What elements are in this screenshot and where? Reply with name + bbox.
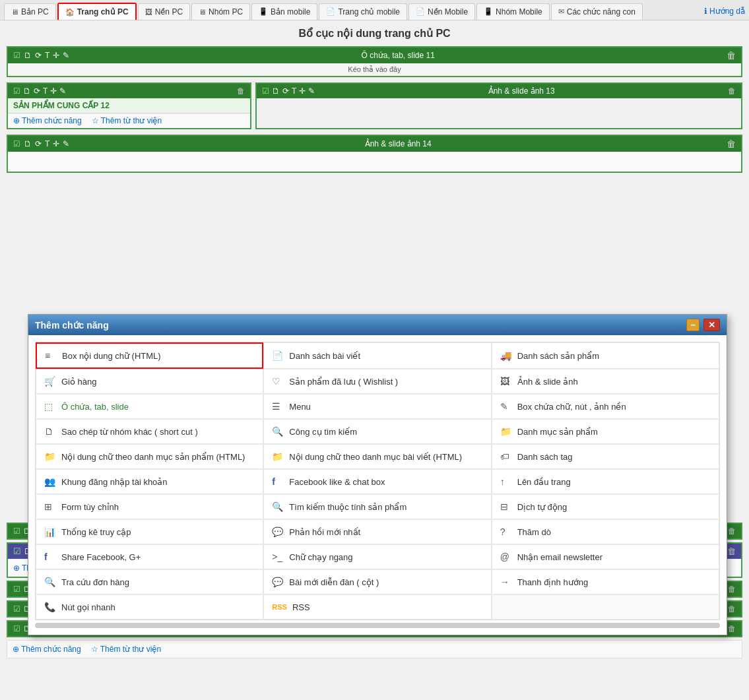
arrow-right-icon: → [500,577,512,587]
modal-item-tham-do[interactable]: ? Thăm dò [492,519,719,544]
modal-scrollbar[interactable] [35,623,720,628]
copy5-icon: 🗋 [44,426,56,437]
text-icon[interactable]: T [45,51,49,60]
edit5-icon: ✎ [500,401,512,412]
modal-item-len-dau-trang[interactable]: ↑ Lên đầu trang [492,469,719,494]
section-14-body [8,152,741,172]
modal-item-menu[interactable]: ☰ Menu [263,394,491,419]
mail-icon: ✉ [558,7,564,16]
modal-item-dich-tu-dong[interactable]: ⊟ Dịch tự động [492,494,719,519]
del-san-pham[interactable]: 🗑 [237,86,245,96]
modal-item-anh-slide[interactable]: 🖼 Ảnh & slide ảnh [492,369,719,394]
ref3-icon[interactable]: ⟳ [282,86,289,96]
col-anh-slide: ☑ 🗋 ⟳ T ✛ ✎ Ảnh & slide ảnh 13 🗑 [255,82,742,129]
copy2-icon[interactable]: 🗋 [23,86,31,96]
cb4-icon: ☑ [13,139,20,148]
section-11-header: ☑ 🗋 ⟳ T ✛ ✎ Ô chứa, tab, slide 11 🗑 [8,48,741,63]
mobile-icon: 📱 [259,7,268,16]
modal-item-san-pham-da-luu[interactable]: ♡ Sản phẩm đã lưu ( Wishlist ) [263,369,491,394]
tab-ban-mobile[interactable]: 📱 Bản mobile [251,3,317,20]
modal-item-form-tuy-chinh[interactable]: ⊞ Form tùy chỉnh [36,494,263,519]
modal-item-nhan-email[interactable]: @ Nhận email newsletter [492,544,719,569]
delete-14-button[interactable]: 🗑 [727,139,736,149]
tab-cac-chuc-nang-con[interactable]: ✉ Các chức năng con [551,3,643,20]
tab-ban-pc[interactable]: 🖥 Bản PC [4,3,56,20]
section-2col: ☑ 🗋 ⟳ T ✛ ✎ 🗑 SẢN PHẨM CUNG CẤP 12 ⊕ Thê… [7,82,742,129]
edit3-icon[interactable]: ✎ [308,86,315,96]
tab-trang-chu-mobile[interactable]: 📄 Trang chủ mobile [319,3,407,20]
modal-minimize-button[interactable]: − [686,319,700,331]
ref2-icon[interactable]: ⟳ [34,86,40,96]
checkbox-icon: ☑ [13,51,20,60]
tab-nhom-mobile[interactable]: 📱 Nhóm Mobile [476,3,550,20]
modal-item-gio-hang[interactable]: 🛒 Giỏ hàng [36,369,263,394]
add4-icon[interactable]: ✛ [53,139,59,148]
modal-item-noi-dung-bai-viet[interactable]: 📁 Nội dung chữ theo danh mục bài viết (H… [263,444,491,469]
footer-add-lib-btn[interactable]: ☆ Thêm từ thư viện [91,645,161,654]
edit2-icon[interactable]: ✎ [59,86,66,96]
modal-item-danh-sach-bai-viet[interactable]: 📄 Danh sách bài viết [263,342,491,369]
edit4-icon[interactable]: ✎ [63,139,69,148]
copy4-icon[interactable]: 🗋 [24,139,32,148]
tab-nhom-pc[interactable]: 🖥 Nhóm PC [191,3,250,20]
modal-item-danh-muc-sp[interactable]: 📁 Danh mục sản phẩm [492,419,719,444]
t2-icon[interactable]: T [43,86,48,96]
delete-11-button[interactable]: 🗑 [727,50,736,61]
modal-item-phan-hoi[interactable]: 💬 Phản hồi mới nhất [263,519,491,544]
help-link[interactable]: ℹ Hướng dẫ [704,7,745,16]
grid-icon: ⬚ [44,401,56,412]
del29-button[interactable]: 🗑 [728,526,736,536]
del30-button[interactable]: 🗑 [727,546,736,556]
add2-icon[interactable]: ✛ [50,86,57,96]
list-icon: ≡ [45,350,57,361]
edit-icon[interactable]: ✎ [63,51,69,60]
add-func-btn[interactable]: ⊕ Thêm chức năng [13,116,82,125]
modal-item-noi-dung-danh-muc-sp[interactable]: 📁 Nội dung chữ theo danh mục sản phẩm (H… [36,444,263,469]
modal-item-tra-cuu[interactable]: 🔍 Tra cứu đơn hàng [36,569,263,594]
del32-button[interactable]: 🗑 [728,604,736,614]
tab-nen-mobile[interactable]: 📄 Nền Mobile [408,3,475,20]
modal-item-box-noi-dung[interactable]: ≡ Box nội dung chữ (HTML) [36,342,263,369]
modal-close-button[interactable]: ✕ [703,319,720,331]
modal-item-empty [492,594,719,620]
modal-item-thong-ke[interactable]: 📊 Thống kê truy cập [36,519,263,544]
del-anh[interactable]: 🗑 [728,86,736,96]
del33-button[interactable]: 🗑 [728,624,736,633]
modal-item-danh-sach-tag[interactable]: 🏷 Danh sách tag [492,444,719,469]
modal-item-khung-dang-nhap[interactable]: 👥 Khung đăng nhập tài khoản [36,469,263,494]
modal-item-box-chua-chu[interactable]: ✎ Box chứa chữ, nút , ảnh nền [492,394,719,419]
modal-item-o-chua[interactable]: ⬚ Ô chứa, tab, slide [36,394,263,419]
add-icon[interactable]: ✛ [53,51,59,60]
copy-icon[interactable]: 🗋 [24,51,32,60]
add3-icon[interactable]: ✛ [299,86,306,96]
modal-item-danh-sach-san-pham[interactable]: 🚚 Danh sách sản phẩm [492,342,719,369]
ref4-icon[interactable]: ⟳ [35,139,42,148]
t3-icon[interactable]: T [292,86,296,96]
modal-item-chu-chay-ngang[interactable]: >_ Chữ chạy ngang [263,544,491,569]
modal-item-cong-cu-tim[interactable]: 🔍 Công cụ tìm kiếm [263,419,491,444]
modal-item-share-facebook[interactable]: f Share Facebook, G+ [36,544,263,569]
modal-item-rss[interactable]: RSS RSS [263,594,491,620]
del31-button[interactable]: 🗑 [728,585,736,594]
footer-add-func-btn[interactable]: ⊕ Thêm chức năng [13,645,81,654]
form-icon: ⊞ [44,501,56,512]
marquee-icon: >_ [272,552,284,562]
modal-item-facebook-chat[interactable]: f Facebook like & chat box [263,469,491,494]
modal-titlebar: Thêm chức năng − ✕ [28,315,727,335]
modal-item-bai-moi-dien-dan[interactable]: 💬 Bài mới diễn đàn ( cột ) [263,569,491,594]
modal-item-nut-goi-nhanh[interactable]: 📞 Nút gọi nhanh [36,594,263,620]
modal-item-thanh-dinh-huong[interactable]: → Thanh định hướng [492,569,719,594]
refresh-icon[interactable]: ⟳ [35,51,42,60]
modal-item-sao-chep[interactable]: 🗋 Sao chép từ nhóm khác ( short cut ) [36,419,263,444]
home-icon: 🏠 [65,8,75,16]
monitor2-icon: 🖥 [199,8,206,16]
copy3-icon[interactable]: 🗋 [272,86,280,96]
tab-nen-pc[interactable]: 🖼 Nền PC [138,3,190,20]
cb33-icon: ☑ [13,624,20,633]
t4-icon[interactable]: T [45,139,49,148]
menu-icon: ☰ [272,401,284,412]
san-pham-actions: ⊕ Thêm chức năng ☆ Thêm từ thư viện [8,113,250,128]
add-lib-btn[interactable]: ☆ Thêm từ thư viện [92,116,162,125]
modal-item-tim-kiem-thuoc-tinh[interactable]: 🔍 Tìm kiếm thuộc tính sản phẩm [263,494,491,519]
tab-trang-chu-pc[interactable]: 🏠 Trang chủ PC [57,3,137,20]
